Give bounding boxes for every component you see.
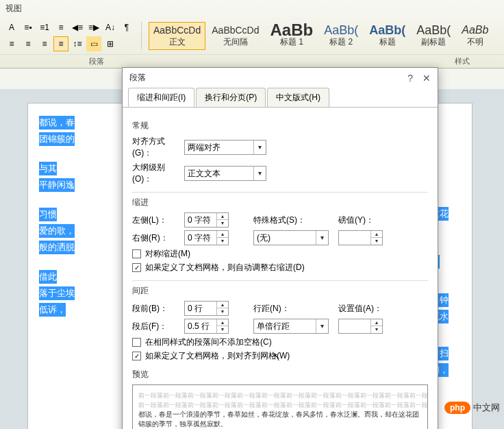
snap-grid-checkbox[interactable]: ✓ [132, 352, 141, 360]
ribbon-tab-view[interactable]: 视图 [0, 0, 504, 17]
grid-indent-checkbox[interactable]: ✓ [132, 263, 141, 272]
line-spacing-icon[interactable]: ↕≡ [70, 36, 85, 51]
no-space-same-style-checkbox[interactable] [132, 338, 141, 347]
borders-icon[interactable]: ⊞ [103, 36, 118, 51]
indent-left-label: 左侧(L)： [132, 214, 184, 226]
style-title[interactable]: AaBb(标题 [364, 22, 410, 50]
indent-left-spinner[interactable]: ▲▼ [184, 212, 229, 228]
tab-asian-typography[interactable]: 中文版式(H) [267, 88, 329, 107]
watermark-text: 中文网 [473, 402, 500, 414]
selected-text[interactable]: 都说，春 [39, 116, 75, 130]
style-heading1[interactable]: AaBb标题 1 [266, 22, 318, 50]
preview-box: 前一段落前一段落前一段落前一段落前一段落前一段落前一段落前一段落前一段落前一段落… [132, 384, 428, 429]
paragraph-dialog: 段落 ? ✕ 缩进和间距(I) 换行和分页(P) 中文版式(H) 常规 对齐方式… [122, 67, 438, 429]
special-format-combo[interactable]: ▾ [253, 230, 329, 245]
at-spinner[interactable]: ▲▼ [338, 319, 383, 334]
chevron-down-icon[interactable]: ▾ [253, 167, 266, 180]
align-justify-icon[interactable]: ≡ [53, 36, 68, 51]
sort-icon[interactable]: A↓ [103, 20, 118, 35]
line-spacing-combo[interactable]: ▾ [253, 319, 329, 334]
preview-section-title: 预览 [132, 369, 428, 380]
space-before-label: 段前(B)： [132, 303, 184, 315]
by-spinner[interactable]: ▲▼ [338, 230, 383, 245]
chevron-down-icon[interactable]: ▾ [253, 140, 266, 154]
bullet-list-icon[interactable]: ≡▪ [21, 20, 36, 35]
spacing-section-title: 间距 [132, 280, 428, 297]
special-format-label: 特殊格式(S)： [253, 214, 308, 226]
help-icon[interactable]: ? [407, 73, 413, 84]
spin-up-icon[interactable]: ▲ [217, 213, 228, 220]
align-center-icon[interactable]: ≡ [21, 36, 36, 51]
space-before-spinner[interactable]: ▲▼ [184, 301, 229, 316]
close-icon[interactable]: ✕ [423, 73, 431, 84]
number-list-icon[interactable]: ≡1 [37, 20, 52, 35]
shading-icon[interactable]: ▭ [86, 36, 101, 51]
php-badge: php [444, 402, 470, 414]
show-marks-icon[interactable]: ¶ [119, 20, 134, 35]
style-no-spacing[interactable]: AaBbCcDd无间隔 [207, 22, 264, 50]
decrease-indent-icon[interactable]: ◀≡ [70, 20, 85, 35]
style-normal[interactable]: AaBbCcDd正文 [149, 22, 205, 50]
snap-grid-label: 如果定义了文档网格，则对齐到网格(W) [145, 350, 290, 362]
indent-section-title: 缩进 [132, 192, 428, 208]
paragraph-toolbar: A ≡▪ ≡1 ≡ ◀≡ ≡▶ A↓ ¶ ≡ ≡ ≡ ≡ ↕≡ ▭ ⊞ [4, 20, 134, 51]
font-button[interactable]: A [4, 20, 19, 35]
general-section-title: 常规 [132, 120, 428, 132]
increase-indent-icon[interactable]: ≡▶ [86, 20, 101, 35]
style-subtitle[interactable]: AaBb(副标题 [412, 22, 455, 50]
style-gallery: AaBbCcDd正文 AaBbCcDd无间隔 AaBb标题 1 AaBb(标题 … [149, 22, 493, 50]
dialog-title: 段落 [129, 72, 146, 84]
outline-level-label: 大纲级别(O)： [132, 162, 184, 185]
indent-right-spinner[interactable]: ▲▼ [184, 230, 229, 245]
alignment-label: 对齐方式(G)： [132, 136, 184, 159]
dialog-tabs: 缩进和间距(I) 换行和分页(P) 中文版式(H) [123, 88, 438, 108]
style-other[interactable]: AaBb不明 [457, 22, 493, 50]
by-label: 磅值(Y)： [338, 214, 393, 226]
at-label: 设置值(A)： [338, 303, 393, 315]
watermark: php 中文网 [444, 402, 500, 414]
tab-line-page-breaks[interactable]: 换行和分页(P) [196, 88, 266, 107]
space-after-label: 段后(F)： [132, 321, 184, 332]
symmetric-indent-label: 对称缩进(M) [145, 248, 190, 260]
styles-group-label: 样式 [455, 56, 470, 66]
tab-indent-spacing[interactable]: 缩进和间距(I) [128, 88, 194, 107]
indent-right-label: 右侧(R)： [132, 232, 184, 244]
outline-level-combo[interactable]: ▾ [184, 166, 266, 181]
ribbon: 视图 A ≡▪ ≡1 ≡ ◀≡ ≡▶ A↓ ¶ ≡ ≡ ≡ ≡ ↕≡ ▭ ⊞ [0, 0, 504, 69]
align-right-icon[interactable]: ≡ [37, 36, 52, 51]
cursor-icon: ↖ [273, 352, 280, 361]
spin-down-icon[interactable]: ▼ [217, 220, 228, 227]
paragraph-group-label: 段落 [89, 56, 104, 66]
multilevel-list-icon[interactable]: ≡ [53, 20, 68, 35]
line-spacing-label: 行距(N)： [253, 303, 308, 315]
alignment-combo[interactable]: ▾ [184, 140, 266, 155]
symmetric-indent-checkbox[interactable] [132, 249, 141, 258]
style-heading2[interactable]: AaBb(标题 2 [319, 22, 363, 50]
space-after-spinner[interactable]: ▲▼ [184, 319, 229, 334]
no-space-same-style-label: 在相同样式的段落间不添加空格(C) [145, 336, 272, 348]
align-left-icon[interactable]: ≡ [4, 36, 19, 51]
grid-indent-label: 如果定义了文档网格，则自动调整右缩进(D) [145, 262, 305, 273]
